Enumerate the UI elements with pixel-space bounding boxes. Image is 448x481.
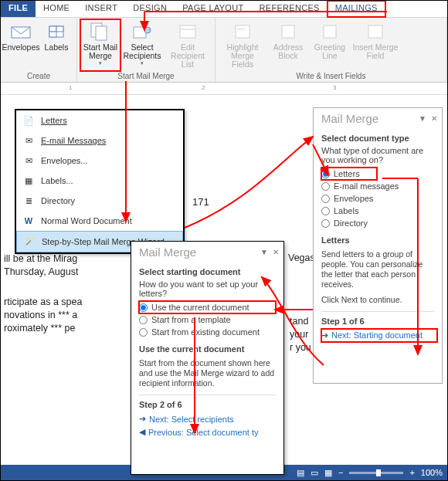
- zoom-level[interactable]: 100%: [421, 468, 443, 477]
- btn-edit-recipient-list: Edit Recipient List: [164, 19, 212, 71]
- zoom-out-icon[interactable]: −: [338, 468, 343, 477]
- tab-home[interactable]: HOME: [36, 1, 77, 17]
- menu-item-letters[interactable]: 📄 Letters: [16, 110, 183, 130]
- select-recipients-icon: [131, 21, 154, 42]
- svg-rect-11: [236, 25, 249, 38]
- radio-letters[interactable]: Letters: [321, 168, 377, 180]
- btn-envelopes[interactable]: Envelopes: [4, 19, 38, 71]
- envelope-icon: [9, 21, 32, 42]
- radio-envelopes[interactable]: Envelopes: [321, 192, 434, 205]
- tab-design[interactable]: DESIGN: [125, 1, 175, 17]
- start-mail-merge-icon: [89, 21, 112, 42]
- labels-icon: [45, 21, 68, 42]
- menu-item-labels[interactable]: ▦ Labels...: [16, 171, 183, 191]
- pane-dropdown-icon[interactable]: ▼: [260, 248, 268, 256]
- pane-dropdown-icon[interactable]: ▼: [419, 114, 426, 123]
- svg-rect-6: [96, 26, 107, 40]
- view-read-mode-icon[interactable]: ▭: [311, 468, 318, 478]
- letters-description: Send letters to a group of people. You c…: [321, 249, 434, 290]
- menu-item-normal-doc[interactable]: W Normal Word Document: [16, 211, 183, 231]
- document-body-fragment: ill be at the MiragThursday, August rtic…: [4, 252, 129, 351]
- svg-rect-2: [49, 26, 56, 32]
- radio-labels[interactable]: Labels: [321, 205, 434, 217]
- step-indicator-1: Step 1 of 6: [321, 311, 434, 326]
- radio-use-current[interactable]: Use the current document: [139, 301, 276, 313]
- zoom-slider[interactable]: [349, 472, 403, 474]
- envelope-icon: ✉: [22, 154, 35, 167]
- svg-rect-4: [49, 32, 56, 37]
- word-doc-icon: W: [22, 215, 35, 227]
- labels-icon: ▦: [22, 174, 35, 187]
- menu-item-envelopes[interactable]: ✉ Envelopes...: [16, 151, 183, 171]
- pane-close-icon[interactable]: ✕: [431, 114, 437, 123]
- zoom-in-icon[interactable]: +: [409, 468, 414, 477]
- question-doc-type: What type of document are you working on…: [321, 146, 434, 164]
- btn-labels[interactable]: Labels: [39, 19, 73, 71]
- link-next-select-recipients[interactable]: ➔ Next: Select recipients: [139, 412, 276, 425]
- btn-start-mail-merge[interactable]: Start Mail Merge ▾: [80, 19, 120, 71]
- doc-fragment-r3: your: [290, 329, 308, 340]
- tab-references[interactable]: REFERENCES: [252, 1, 328, 17]
- use-current-desc: Start from the document shown here and u…: [139, 358, 276, 388]
- svg-rect-14: [324, 25, 336, 38]
- doc-type-radios: Letters E-mail messages Envelopes Labels…: [321, 168, 434, 229]
- btn-insert-merge-field: Insert Merge Field: [351, 19, 399, 71]
- pane-title: Mail Merge: [321, 112, 378, 125]
- edit-recipient-list-icon: [176, 21, 199, 42]
- radio-email[interactable]: E-mail messages: [321, 180, 434, 192]
- tab-page-layout[interactable]: PAGE LAYOUT: [175, 1, 251, 17]
- doc-fragment-r2: tand: [290, 316, 308, 327]
- section-letters: Letters: [321, 235, 434, 245]
- btn-address-block: Address Block: [268, 19, 308, 71]
- ribbon-tabbar: FILE HOME INSERT DESIGN PAGE LAYOUT REFE…: [1, 1, 447, 18]
- mail-merge-pane-step2: Mail Merge ▼✕ Select starting document H…: [131, 241, 284, 475]
- continue-hint: Click Next to continue.: [321, 295, 434, 305]
- arrow-right-icon: ➔: [321, 330, 328, 340]
- radio-from-template[interactable]: Start from a template: [139, 313, 276, 326]
- radio-from-existing[interactable]: Start from existing document: [139, 326, 276, 338]
- letter-icon: 📄: [22, 114, 35, 127]
- ribbon-group-start-mail-merge: Start Mail Merge ▾ Select Recipients ▾ E…: [77, 18, 216, 82]
- link-prev-select-doc-type[interactable]: ◀ Previous: Select document ty: [139, 425, 276, 439]
- radio-directory[interactable]: Directory: [321, 217, 434, 229]
- svg-rect-3: [56, 26, 63, 32]
- doc-fragment-r4: r you: [290, 342, 311, 353]
- svg-rect-13: [282, 25, 294, 38]
- btn-highlight-merge-fields: Highlight Merge Fields: [219, 19, 266, 71]
- svg-rect-15: [368, 25, 382, 38]
- section-select-start-doc: Select starting document: [139, 267, 276, 276]
- tab-file[interactable]: FILE: [1, 1, 36, 17]
- ribbon: Envelopes Labels Create Start Mail Merge…: [1, 18, 447, 83]
- wizard-icon: 🪄: [23, 235, 36, 248]
- dropdown-indicator-icon: ▾: [99, 60, 102, 66]
- svg-rect-7: [134, 27, 146, 38]
- view-web-layout-icon[interactable]: ▦: [324, 468, 332, 478]
- address-block-icon: [277, 21, 300, 42]
- start-doc-radios: Use the current document Start from a te…: [139, 301, 276, 338]
- group-label-write-insert: Write & Insert Fields: [219, 71, 443, 82]
- tab-insert[interactable]: INSERT: [77, 1, 125, 17]
- question-start-doc: How do you want to set up your letters?: [139, 279, 276, 298]
- tab-mailings[interactable]: MAILINGS: [328, 1, 385, 17]
- section-select-doc-type: Select document type: [321, 134, 434, 143]
- btn-select-recipients[interactable]: Select Recipients ▾: [122, 19, 162, 71]
- view-print-layout-icon[interactable]: ▤: [297, 468, 304, 478]
- doc-fragment-r1: Vegas: [288, 252, 315, 263]
- svg-rect-9: [180, 25, 195, 38]
- pane-title: Mail Merge: [139, 246, 196, 259]
- btn-greeting-line: Greeting Line: [310, 19, 350, 71]
- ribbon-group-create: Envelopes Labels Create: [1, 18, 77, 82]
- arrow-right-icon: ➔: [139, 414, 146, 424]
- pane-close-icon[interactable]: ✕: [273, 248, 279, 256]
- ribbon-group-write-insert: Highlight Merge Fields Address Block Gre…: [216, 18, 447, 82]
- link-next-starting-doc[interactable]: ➔ Next: Starting document: [321, 329, 437, 342]
- menu-item-email[interactable]: ✉ E-mail Messages: [16, 130, 183, 151]
- directory-icon: ≣: [22, 195, 35, 207]
- menu-item-directory[interactable]: ≣ Directory: [16, 191, 183, 211]
- svg-rect-12: [237, 28, 245, 30]
- group-label-create: Create: [4, 71, 73, 82]
- highlight-fields-icon: [231, 21, 254, 42]
- doc-fragment-number: 171: [192, 196, 209, 208]
- greeting-line-icon: [318, 21, 341, 42]
- email-icon: ✉: [22, 134, 35, 147]
